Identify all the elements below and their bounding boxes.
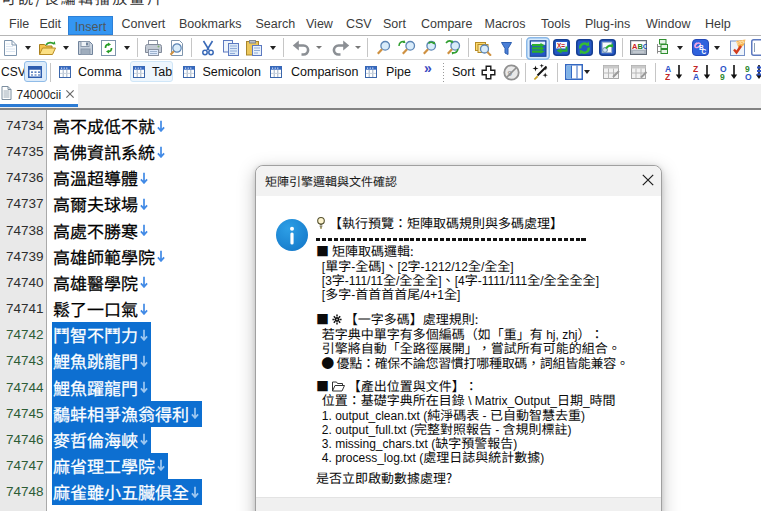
svg-text:X=: X=	[557, 41, 565, 48]
svg-text:A: A	[693, 72, 699, 81]
svg-text:C: C	[702, 48, 707, 55]
svg-text:9: 9	[720, 72, 725, 81]
svg-text:Z: Z	[665, 72, 670, 81]
svg-text:ABC: ABC	[632, 42, 647, 51]
svg-text:O: O	[745, 72, 752, 81]
